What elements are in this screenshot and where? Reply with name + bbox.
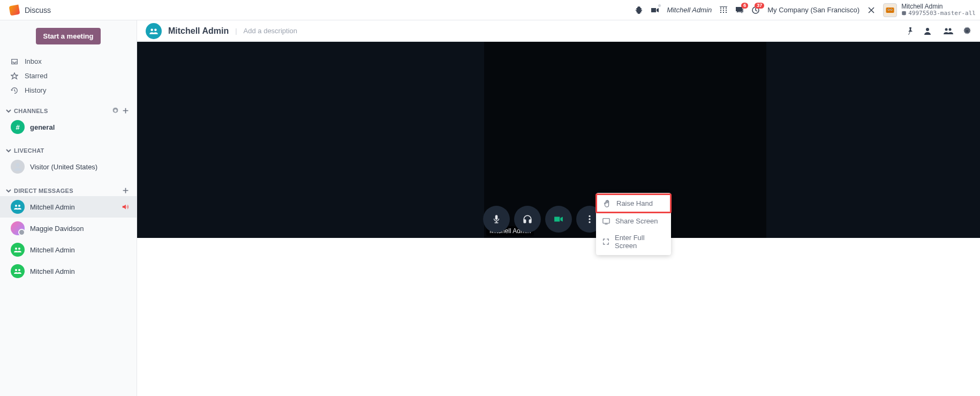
thread-header: Mitchell Admin | Add a description	[137, 20, 980, 42]
pin-icon[interactable]	[906, 27, 915, 35]
inbox-icon	[11, 58, 19, 65]
chevron-down-icon	[5, 188, 12, 194]
svg-point-26	[589, 221, 590, 223]
star-icon	[11, 72, 19, 80]
raise-hand-button[interactable]: Raise Hand	[595, 193, 672, 213]
channel-hash-icon: #	[11, 120, 25, 134]
bug-icon[interactable]	[635, 6, 643, 14]
mute-button[interactable]	[483, 206, 510, 233]
svg-rect-22	[524, 220, 525, 223]
svg-point-8	[15, 205, 17, 207]
company-selector[interactable]: My Company (San Francisco)	[767, 6, 860, 14]
livechat-toggle[interactable]: LIVECHAT	[5, 147, 44, 154]
thread-avatar-icon	[146, 23, 162, 39]
sidebar-starred[interactable]: Starred	[0, 69, 137, 83]
chevron-down-icon	[5, 108, 12, 114]
topbar: Discuss Mitchell Admin 6 37 My Company	[0, 0, 980, 20]
hand-icon	[604, 200, 611, 207]
add-description-input[interactable]: Add a description	[244, 27, 297, 35]
svg-point-15	[154, 28, 157, 31]
svg-point-9	[18, 205, 20, 207]
svg-rect-20	[603, 218, 609, 223]
topbar-left: Discuss	[10, 5, 51, 15]
svg-rect-1	[886, 8, 894, 13]
visitor-avatar-icon	[11, 160, 25, 174]
camera-toggle-button[interactable]	[545, 206, 572, 233]
topbar-username[interactable]: Mitchell Admin	[667, 6, 712, 14]
start-meeting-button[interactable]: Start a meeting	[36, 28, 101, 44]
svg-point-14	[150, 28, 153, 31]
microphone-icon	[492, 214, 501, 224]
dm-toggle[interactable]: DIRECT MESSAGES	[5, 188, 73, 194]
svg-point-10	[15, 248, 17, 250]
presence-indicator-icon	[658, 4, 661, 8]
sidebar-dm-item[interactable]: Mitchell Admin	[0, 239, 137, 260]
gear-icon[interactable]	[112, 107, 119, 114]
call-options-menu: Raise Hand Share Screen Enter Full Scree…	[596, 193, 671, 255]
headphones-icon	[523, 214, 532, 224]
svg-point-7	[16, 163, 20, 167]
share-screen-button[interactable]: Share Screen	[596, 213, 671, 229]
sidebar-section-channels: CHANNELS	[0, 103, 137, 116]
svg-rect-21	[495, 215, 498, 220]
user-menu[interactable]: Mitchell Admin 49975503-master-all	[883, 3, 976, 17]
svg-point-13	[18, 269, 20, 271]
group-avatar-icon	[11, 243, 25, 257]
deafen-button[interactable]	[514, 206, 541, 233]
group-avatar-icon	[11, 264, 25, 278]
gear-icon[interactable]	[963, 27, 971, 35]
svg-point-16	[926, 28, 929, 31]
avatar	[883, 3, 897, 17]
svg-point-17	[945, 28, 948, 31]
sidebar-livechat-visitor[interactable]: Visitor (United States)	[0, 156, 137, 177]
activities-badge: 37	[755, 3, 764, 9]
sidebar-history[interactable]: History	[0, 83, 137, 98]
svg-point-5	[891, 9, 892, 10]
svg-rect-23	[529, 220, 531, 223]
dialpad-icon[interactable]	[719, 6, 728, 14]
user-info: Mitchell Admin 49975503-master-all	[901, 3, 976, 17]
sidebar-section-livechat: LIVECHAT	[0, 143, 137, 156]
database-icon	[901, 11, 907, 16]
sidebar-section-dm: DIRECT MESSAGES	[0, 183, 137, 196]
activities-icon[interactable]: 37	[751, 6, 760, 14]
channels-toggle[interactable]: CHANNELS	[5, 108, 48, 114]
svg-point-12	[15, 269, 17, 271]
speaker-icon	[122, 203, 129, 211]
camera-icon	[554, 214, 563, 224]
svg-point-4	[888, 9, 889, 10]
fullscreen-icon	[602, 238, 609, 245]
sidebar-dm-item[interactable]: Maggie Davidson	[0, 218, 137, 239]
screen-icon	[602, 218, 610, 225]
svg-point-24	[589, 215, 590, 217]
thread-title: Mitchell Admin	[168, 26, 229, 36]
call-area: Mitchell Admin Raise Hand Share Screen E…	[137, 42, 980, 238]
sidebar: Start a meeting Inbox Starred History CH…	[0, 20, 137, 396]
add-user-icon[interactable]	[924, 27, 934, 35]
messages-badge: 6	[741, 3, 748, 9]
add-channel-button[interactable]	[122, 107, 129, 114]
svg-point-25	[589, 218, 590, 220]
tray-icon[interactable]	[867, 6, 876, 14]
app-logo-icon[interactable]	[9, 4, 20, 16]
sidebar-inbox[interactable]: Inbox	[0, 54, 137, 69]
topbar-right: Mitchell Admin 6 37 My Company (San Fran…	[635, 3, 976, 17]
main: Mitchell Admin | Add a description Mitch…	[137, 20, 980, 396]
user-avatar-icon	[11, 221, 25, 235]
members-icon[interactable]	[944, 27, 953, 35]
chevron-down-icon	[5, 147, 12, 154]
group-avatar-icon	[11, 200, 25, 214]
fullscreen-button[interactable]: Enter Full Screen	[596, 229, 671, 254]
sidebar-channel-general[interactable]: # general	[0, 116, 137, 138]
dots-vertical-icon	[585, 214, 594, 224]
camera-icon[interactable]	[651, 6, 659, 14]
messages-icon[interactable]: 6	[735, 6, 744, 14]
sidebar-dm-item[interactable]: Mitchell Admin	[0, 260, 137, 282]
sidebar-dm-item[interactable]: Mitchell Admin	[0, 196, 137, 218]
history-icon	[11, 87, 19, 94]
database-label: 49975503-master-all	[901, 10, 976, 17]
svg-point-18	[949, 28, 952, 31]
app-title[interactable]: Discuss	[25, 6, 51, 14]
add-dm-button[interactable]	[122, 187, 129, 194]
svg-point-11	[18, 248, 20, 250]
